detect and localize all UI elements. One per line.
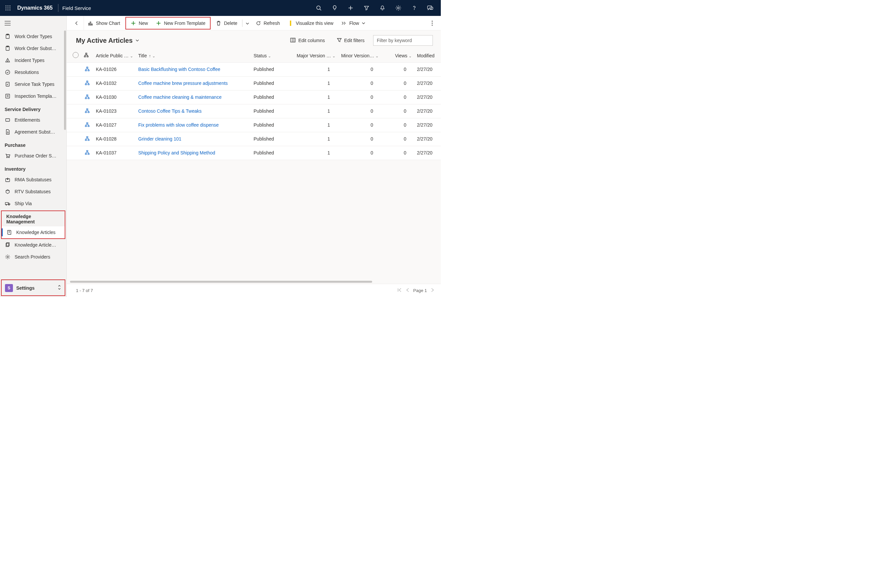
filter-funnel-icon[interactable] (359, 0, 374, 16)
table-row[interactable]: KA-01023Contoso Coffee Tips & TweaksPubl… (67, 104, 441, 118)
lightbulb-icon[interactable] (327, 0, 343, 16)
gear-icon[interactable] (391, 0, 406, 16)
cell-title[interactable]: Coffee machine brew pressure adjustments (136, 76, 251, 90)
hierarchy-icon[interactable] (81, 146, 93, 160)
filter-keyword-input[interactable] (373, 35, 433, 46)
delete-dropdown-caret[interactable] (243, 21, 252, 26)
svg-rect-67 (85, 84, 87, 85)
col-status[interactable]: Status⌄ (251, 49, 294, 62)
delete-button[interactable]: Delete (212, 17, 241, 29)
record-range: 1 - 7 of 7 (76, 288, 93, 293)
col-major-version[interactable]: Major Version …⌄ (294, 49, 338, 62)
table-row[interactable]: KA-01037Shipping Policy and Shipping Met… (67, 146, 441, 160)
table-row[interactable]: KA-01027Fix problems with slow coffee di… (67, 118, 441, 132)
search-icon[interactable] (311, 0, 327, 16)
col-title[interactable]: Title ↑⌄ (136, 49, 251, 62)
hierarchy-icon[interactable] (81, 76, 93, 90)
sidebar-item-inspection-templates[interactable]: Inspection Templa… (0, 90, 66, 102)
sidebar-item-incident-types[interactable]: Incident Types (0, 54, 66, 66)
hierarchy-icon[interactable] (81, 90, 93, 104)
area-switcher-settings[interactable]: S Settings (2, 280, 65, 296)
cell-title[interactable]: Contoso Coffee Tips & Tweaks (136, 104, 251, 118)
sidebar-item-entitlements[interactable]: Entitlements (0, 114, 66, 126)
view-picker[interactable]: My Active Articles (76, 37, 139, 44)
row-select[interactable] (67, 104, 81, 118)
sidebar-item-service-task-types[interactable]: Service Task Types (0, 78, 66, 90)
new-button[interactable]: New (127, 17, 152, 29)
sidebar-item-work-order-types[interactable]: Work Order Types (0, 30, 66, 42)
sidebar-item-agreement-subst[interactable]: Agreement Subst… (0, 126, 66, 138)
svg-rect-32 (6, 118, 10, 121)
cell-modified: 2/27/20 (414, 118, 441, 132)
table-row[interactable]: KA-01030Coffee machine cleaning & mainte… (67, 90, 441, 104)
app-title[interactable]: Dynamics 365 (16, 5, 57, 11)
col-views[interactable]: Views⌄ (381, 49, 414, 62)
svg-rect-16 (428, 6, 432, 9)
sidebar-item-label: Knowledge Article… (15, 242, 56, 248)
cell-title[interactable]: Fix problems with slow coffee dispense (136, 118, 251, 132)
sidebar-item-search-providers[interactable]: Search Providers (0, 251, 66, 263)
col-article-public[interactable]: Article Public …⌄ (93, 49, 136, 62)
cell-title[interactable]: Basic Backflushing with Contoso Coffee (136, 62, 251, 76)
row-select[interactable] (67, 132, 81, 146)
col-modified[interactable]: Modified (414, 49, 441, 62)
cell-title[interactable]: Grinder cleaning 101 (136, 132, 251, 146)
sidebar-item-work-order-subst[interactable]: Work Order Subst… (0, 42, 66, 54)
svg-rect-70 (85, 98, 87, 99)
cell-title[interactable]: Coffee machine cleaning & maintenance (136, 90, 251, 104)
prev-page-button[interactable] (406, 288, 409, 293)
table-row[interactable]: KA-01028Grinder cleaning 101Published100… (67, 132, 441, 146)
edit-filters-button[interactable]: Edit filters (334, 36, 368, 45)
more-commands-button[interactable] (426, 17, 438, 29)
refresh-button[interactable]: Refresh (252, 17, 284, 29)
sidebar-item-purchase-order[interactable]: Purchase Order S… (0, 150, 66, 162)
row-select[interactable] (67, 118, 81, 132)
col-minor-version[interactable]: Minor Version…⌄ (338, 49, 381, 62)
row-select[interactable] (67, 76, 81, 90)
cell-title[interactable]: Shipping Policy and Shipping Method (136, 146, 251, 160)
horizontal-scrollbar[interactable] (70, 280, 434, 284)
new-from-template-button[interactable]: New From Template (152, 17, 209, 29)
plus-icon (156, 21, 161, 26)
hierarchy-icon[interactable] (81, 62, 93, 76)
sidebar-item-rtv-substatuses[interactable]: RTV Substatuses (0, 186, 66, 198)
row-select[interactable] (67, 146, 81, 160)
visualize-button[interactable]: Visualize this view (284, 17, 337, 29)
first-page-button[interactable] (397, 288, 402, 293)
cell-status: Published (251, 118, 294, 132)
app-launcher-waffle-icon[interactable] (0, 0, 16, 16)
edit-columns-button[interactable]: Edit columns (287, 36, 328, 45)
cell-status: Published (251, 104, 294, 118)
button-label: Show Chart (96, 21, 120, 26)
sidebar-scrollbar[interactable] (64, 30, 66, 279)
row-select[interactable] (67, 62, 81, 76)
flow-button[interactable]: Flow (337, 17, 369, 29)
bell-icon[interactable] (374, 0, 391, 16)
row-select[interactable] (67, 90, 81, 104)
main-content: Show Chart New New From Template Delete (67, 16, 441, 297)
cell-major: 1 (294, 90, 338, 104)
hierarchy-icon[interactable] (81, 104, 93, 118)
assistant-icon[interactable] (422, 0, 438, 16)
hierarchy-icon[interactable] (81, 132, 93, 146)
sidebar-item-label: Ship Via (15, 201, 32, 206)
select-all-header[interactable] (67, 49, 81, 62)
table-row[interactable]: KA-01026Basic Backflushing with Contoso … (67, 62, 441, 76)
sidebar-item-knowledge-article-templates[interactable]: Knowledge Article… (0, 239, 66, 251)
sidebar-item-ship-via[interactable]: Ship Via (0, 198, 66, 210)
sidebar-item-rma-substatuses[interactable]: RMA Substatuses (0, 174, 66, 186)
show-chart-button[interactable]: Show Chart (84, 17, 124, 29)
sidebar-item-resolutions[interactable]: Resolutions (0, 66, 66, 78)
sidebar-item-knowledge-articles[interactable]: Knowledge Articles (2, 226, 65, 238)
help-icon[interactable] (406, 0, 422, 16)
hierarchy-header[interactable] (81, 49, 93, 62)
svg-point-8 (10, 10, 11, 10)
hierarchy-icon[interactable] (81, 118, 93, 132)
next-page-button[interactable] (431, 288, 434, 293)
back-button[interactable] (69, 16, 84, 30)
module-name[interactable]: Field Service (62, 5, 91, 11)
grid-footer: 1 - 7 of 7 Page 1 (67, 284, 441, 297)
table-row[interactable]: KA-01032Coffee machine brew pressure adj… (67, 76, 441, 90)
plus-icon[interactable] (343, 0, 359, 16)
sidebar-collapse-icon[interactable] (0, 16, 66, 30)
